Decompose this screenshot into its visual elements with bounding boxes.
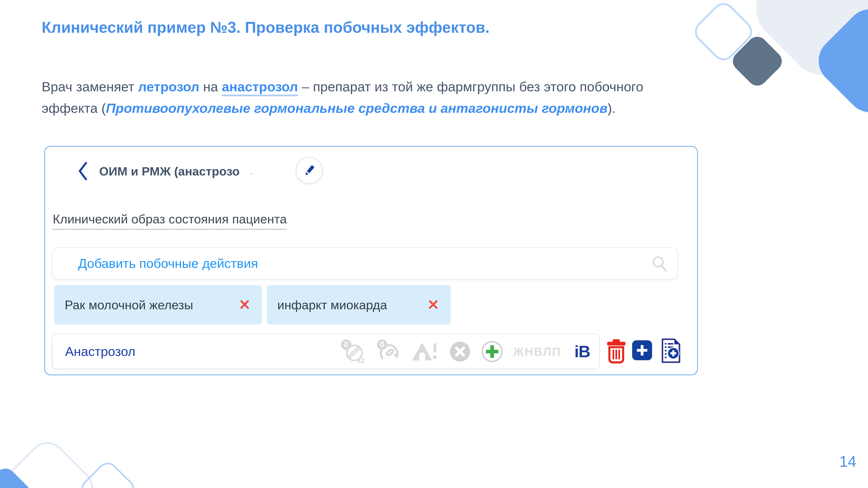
plus-icon (634, 343, 650, 358)
paragraph-text: на (199, 79, 222, 94)
slide-title: Клинический пример №3. Проверка побочных… (42, 19, 490, 36)
page-number: 14 (839, 453, 856, 470)
zhnvlp-badge: ЖНВЛП (513, 345, 561, 358)
svg-text:0: 0 (344, 340, 348, 349)
slide-paragraph: Врач заменяет летрозол на анастрозол – п… (42, 76, 808, 119)
drug-anastrozole-link[interactable]: анастрозол (222, 79, 298, 96)
document-plus-icon (660, 338, 682, 363)
back-button[interactable] (77, 161, 89, 182)
card-title: ОИМ и РМЖ (анастрозо (99, 164, 240, 178)
delete-drug-button[interactable] (606, 339, 627, 364)
duplicates-icon[interactable]: 0 x2 (340, 339, 367, 364)
pharm-group-name: Противоопухолевые гормональные средства … (106, 101, 608, 116)
add-circle-icon[interactable] (481, 340, 503, 363)
search-icon (651, 255, 668, 272)
trash-icon (606, 339, 627, 364)
paragraph-text: ). (608, 101, 616, 116)
chip-remove-button[interactable]: ✕ (427, 298, 439, 312)
chip-label: инфаркт миокарда (277, 298, 387, 312)
svg-text:0: 0 (380, 340, 384, 349)
drug-name-value: Анастрозол (65, 344, 135, 359)
paragraph-text: Врач заменяет (42, 79, 138, 94)
drug-letrozole: летрозол (138, 79, 199, 94)
app-card: ОИМ и РМЖ (анастрозо. Клинический образ … (44, 146, 698, 375)
side-effect-chip: Рак молочной железы ✕ (54, 285, 262, 324)
contraindication-warning-icon[interactable] (412, 341, 439, 362)
side-effect-chip: инфаркт миокарда ✕ (267, 285, 451, 324)
search-input[interactable]: Добавить побочные действия (52, 248, 678, 279)
remove-circle-icon[interactable] (449, 340, 471, 363)
decor-diamond-outline-bottom-small (77, 458, 138, 488)
pencil-icon (302, 163, 317, 178)
section-label-clinical-image: Клинический образ состояния пациента (53, 212, 287, 230)
chip-remove-button[interactable]: ✕ (239, 298, 251, 312)
edit-button[interactable] (296, 157, 323, 184)
presentation-slide: Клинический пример №3. Проверка побочных… (0, 0, 868, 488)
paragraph-text: эффекта ( (42, 101, 106, 116)
chevron-left-icon (77, 161, 89, 182)
ib-logo[interactable]: iВ (575, 342, 590, 361)
card-header: ОИМ и РМЖ (анастрозо. (77, 157, 252, 185)
svg-text:x2: x2 (357, 357, 365, 364)
chip-label: Рак молочной железы (65, 298, 193, 312)
interactions-icon[interactable]: 0 (376, 339, 402, 364)
drug-name-field[interactable]: Анастрозол 0 x2 0 (52, 334, 599, 369)
card-title-truncation: . (250, 166, 252, 176)
add-report-button[interactable] (660, 338, 682, 363)
drug-status-icons: 0 x2 0 (340, 339, 590, 364)
search-placeholder: Добавить побочные действия (78, 256, 651, 271)
add-drug-button[interactable] (632, 340, 652, 360)
paragraph-text: – препарат из той же фармгруппы без этог… (298, 79, 643, 94)
